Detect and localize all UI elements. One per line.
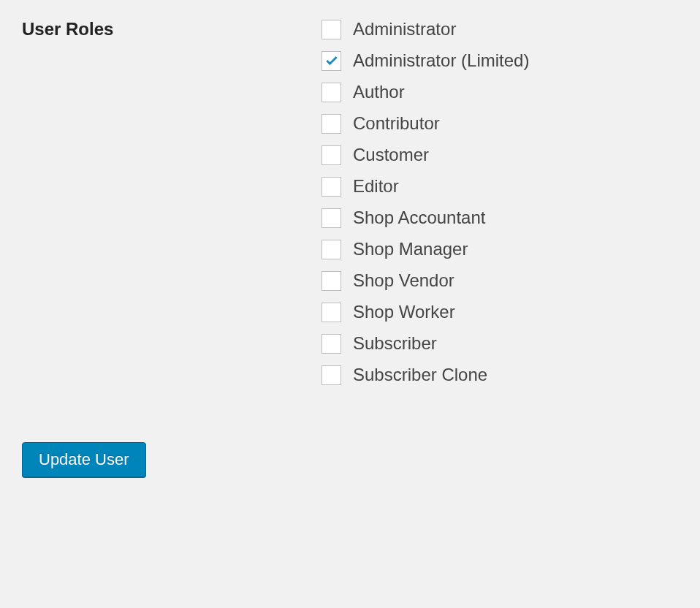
role-checkbox[interactable]: [322, 51, 341, 71]
role-item[interactable]: Author: [322, 82, 529, 102]
role-checkbox[interactable]: [322, 271, 341, 291]
user-roles-row: User Roles AdministratorAdministrator (L…: [22, 15, 678, 385]
role-item[interactable]: Subscriber Clone: [322, 365, 529, 385]
role-item[interactable]: Customer: [322, 145, 529, 165]
role-checkbox[interactable]: [322, 208, 341, 228]
role-label: Editor: [353, 176, 399, 197]
role-item[interactable]: Administrator: [322, 19, 529, 39]
role-label: Administrator: [353, 19, 456, 39]
role-label: Subscriber Clone: [353, 365, 487, 385]
role-checkbox[interactable]: [322, 114, 341, 134]
role-checkbox[interactable]: [322, 240, 341, 259]
role-label: Author: [353, 82, 405, 102]
role-label: Shop Accountant: [353, 208, 485, 228]
role-label: Shop Vendor: [353, 270, 454, 291]
role-checkbox[interactable]: [322, 177, 341, 197]
roles-list: AdministratorAdministrator (Limited)Auth…: [322, 15, 529, 385]
role-checkbox[interactable]: [322, 145, 341, 165]
role-item[interactable]: Subscriber: [322, 333, 529, 354]
role-item[interactable]: Editor: [322, 176, 529, 197]
role-checkbox[interactable]: [322, 303, 341, 322]
update-user-button[interactable]: Update User: [22, 442, 146, 477]
role-item[interactable]: Contributor: [322, 113, 529, 134]
section-label: User Roles: [22, 15, 322, 39]
role-label: Shop Manager: [353, 239, 468, 259]
check-icon: [324, 53, 339, 68]
role-label: Shop Worker: [353, 302, 455, 322]
role-checkbox[interactable]: [322, 334, 341, 354]
role-label: Customer: [353, 145, 429, 165]
role-item[interactable]: Administrator (Limited): [322, 50, 529, 71]
role-item[interactable]: Shop Accountant: [322, 208, 529, 228]
role-item[interactable]: Shop Worker: [322, 302, 529, 322]
role-label: Contributor: [353, 113, 440, 134]
role-checkbox[interactable]: [322, 20, 341, 39]
role-checkbox[interactable]: [322, 365, 341, 385]
role-label: Administrator (Limited): [353, 50, 529, 71]
role-item[interactable]: Shop Manager: [322, 239, 529, 259]
role-checkbox[interactable]: [322, 83, 341, 102]
role-item[interactable]: Shop Vendor: [322, 270, 529, 291]
role-label: Subscriber: [353, 333, 437, 354]
